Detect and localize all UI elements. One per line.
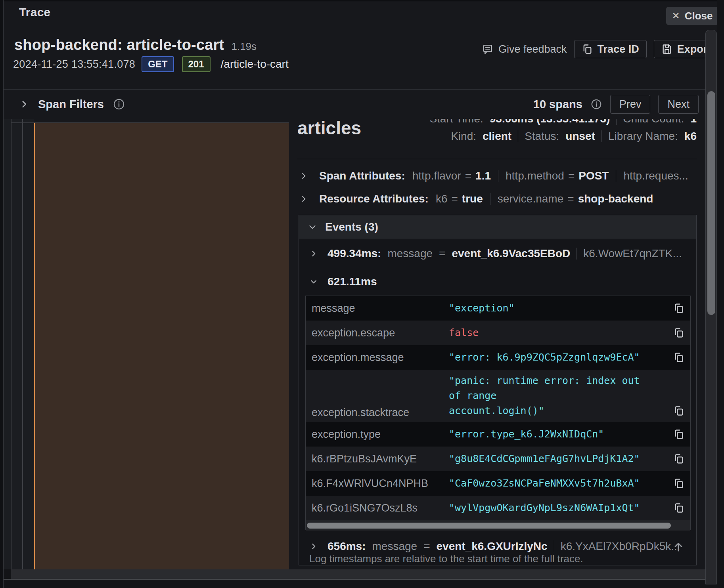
close-icon: ✕	[672, 10, 680, 21]
chevron-right-icon	[299, 172, 308, 180]
table-row: k6.F4xWRlVUCn4NPHB "CaF0wzo3ZsNCPaFeNMXX…	[306, 471, 690, 496]
trace-modal: Trace ✕ Close shop-backend: article-to-c…	[0, 0, 724, 588]
trace-name: shop-backend: article-to-cart	[14, 36, 224, 53]
event-extra: k6.WowEt7qnZTK...	[583, 247, 682, 260]
copy-value-button[interactable]	[667, 478, 690, 489]
copy-value-button[interactable]	[667, 502, 690, 514]
span-attributes-label: Span Attributes:	[319, 170, 405, 182]
trace-meta-row: 2024-11-25 13:55:41.078 GET 201 /article…	[13, 56, 289, 72]
row-key: exception.message	[312, 351, 449, 364]
span-attributes-row[interactable]: Span Attributes: http.flavor = 1.1 http.…	[299, 170, 688, 182]
attr-value: 1.1	[475, 170, 491, 182]
event-time: 656ms:	[328, 540, 366, 553]
chevron-right-icon	[309, 249, 318, 258]
trace-id-button[interactable]: Trace ID	[574, 40, 647, 58]
request-path: /article-to-cart	[221, 58, 289, 71]
event-value: event_k6.GXUrIzlyNc	[437, 540, 548, 553]
events-header[interactable]: Events (3)	[299, 215, 696, 239]
footer-bar	[11, 569, 706, 579]
attribute: http.method = POST	[506, 170, 609, 182]
span-duration-bar[interactable]	[35, 123, 289, 569]
status-code-badge: 201	[182, 56, 211, 72]
row-key: k6.rBPtzuBsJAvmKyE	[312, 453, 449, 465]
event-row-1[interactable]: 499.34ms: message = event_k6.9Vac35EBoD …	[299, 239, 696, 268]
copy-value-button[interactable]	[667, 405, 690, 422]
equals-sign: =	[568, 170, 575, 182]
close-label: Close	[685, 10, 713, 22]
attr-key: k6	[436, 193, 448, 205]
feedback-comment-icon	[482, 43, 494, 55]
footer-bottom	[4, 580, 724, 588]
table-horizontal-scrollbar[interactable]	[306, 520, 690, 531]
copy-value-button[interactable]	[667, 429, 690, 440]
event-time: 621.11ms	[328, 275, 377, 288]
prev-span-button[interactable]: Prev	[610, 95, 651, 114]
spans-count-info-icon[interactable]	[590, 98, 602, 110]
attribute: service.name = shop-backend	[498, 193, 653, 205]
row-value: "exception"	[449, 301, 667, 316]
chevron-down-icon	[309, 277, 318, 286]
spans-count: 10 spans	[533, 98, 582, 111]
equals-sign: =	[465, 170, 471, 182]
header-actions: Give feedback Trace ID Export	[482, 40, 718, 58]
event-row-2[interactable]: 621.11ms	[299, 268, 696, 296]
copy-value-button[interactable]	[667, 303, 690, 314]
row-value: "panic: runtime error: index out of rang…	[449, 373, 667, 418]
event-key: message	[372, 540, 418, 553]
modal-top-edge	[4, 0, 724, 1]
scroll-to-top-icon[interactable]	[672, 540, 685, 555]
attribute: http.flavor = 1.1	[412, 170, 491, 182]
chevron-down-icon	[308, 222, 317, 232]
table-row: exception.type "error.type_k6.J2WxNIDqCn…	[306, 422, 690, 447]
equals-sign: =	[567, 193, 574, 205]
row-key: exception.escape	[312, 327, 449, 339]
span-name: articles	[297, 119, 361, 139]
attributes-divider	[297, 159, 697, 159]
close-button[interactable]: ✕ Close	[666, 7, 718, 25]
attr-key: service.name	[498, 193, 564, 205]
log-timestamps-note: Log timestamps are relative to the start…	[309, 553, 583, 565]
span-navigation: 10 spans Prev Next	[533, 90, 699, 119]
resource-attributes-row[interactable]: Resource Attributes: k6 = true service.n…	[299, 193, 653, 205]
table-row: exception.stacktrace "panic: runtime err…	[306, 370, 690, 422]
attr-key: http.reques...	[623, 170, 688, 182]
table-row: k6.rBPtzuBsJAvmKyE "g8u8E4CdCGpmm1eFAgG7…	[306, 447, 690, 471]
next-span-button[interactable]: Next	[658, 95, 699, 114]
table-row: k6.rGo1iSNG7OszL8s "wylVpgwOKardGyNpL9sz…	[306, 496, 690, 520]
scrollbar-thumb[interactable]	[307, 523, 671, 529]
resource-attributes-label: Resource Attributes:	[319, 193, 429, 205]
row-key: k6.F4xWRlVUCn4NPHB	[312, 477, 449, 490]
chevron-right-icon	[309, 542, 318, 551]
attr-separator	[490, 193, 490, 205]
meta-separator	[616, 119, 617, 125]
event-time: 499.34ms:	[328, 247, 381, 260]
trace-duration: 1.19s	[231, 40, 257, 53]
span-meta-top-line: Start Time: 93.06ms (13:55:41.173) Child…	[429, 119, 697, 125]
child-count-label: Child Count:	[623, 119, 684, 125]
event-value: event_k6.9Vac35EBoD	[452, 247, 570, 260]
chevron-right-icon	[19, 99, 29, 109]
give-feedback-button[interactable]: Give feedback	[482, 43, 567, 55]
row-value: false	[449, 325, 667, 340]
span-filters-info-icon[interactable]	[113, 98, 125, 111]
attr-value: shop-backend	[578, 193, 653, 205]
copy-value-button[interactable]	[667, 453, 690, 464]
http-method-badge: GET	[142, 56, 174, 72]
kind-value: client	[483, 130, 511, 143]
vertical-scrollbar-thumb[interactable]	[707, 91, 715, 315]
attribute: http.reques...	[623, 170, 688, 182]
copy-value-button[interactable]	[667, 352, 690, 363]
equals-sign: =	[423, 540, 430, 553]
row-value: "CaF0wzo3ZsNCPaFeNMXXv5t7h2uBxA"	[449, 476, 667, 491]
copy-icon	[582, 44, 593, 55]
modal-right-edge	[717, 0, 724, 588]
span-filters-toggle[interactable]: Span Filters	[19, 90, 125, 119]
event-separator	[554, 540, 554, 552]
copy-value-button[interactable]	[667, 327, 690, 338]
attribute: k6 = true	[436, 193, 483, 205]
equals-sign: =	[451, 193, 458, 205]
start-time-value: 93.06ms (13:55:41.173)	[490, 119, 610, 125]
trace-title-row: shop-backend: article-to-cart 1.19s	[14, 36, 257, 53]
attr-separator	[498, 170, 498, 182]
row-key: message	[312, 302, 449, 315]
